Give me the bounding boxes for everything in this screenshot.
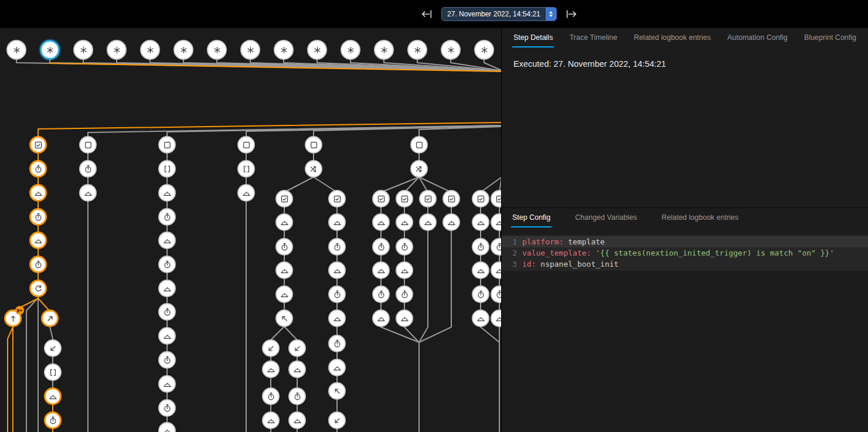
arrow-up-node[interactable]: 9+	[4, 309, 22, 327]
service-node[interactable]	[372, 261, 390, 279]
stopwatch-node[interactable]	[396, 285, 413, 303]
condition-node[interactable]	[472, 190, 489, 208]
service-node[interactable]	[328, 261, 346, 279]
tab-related-logbook-entries[interactable]: Related logbook entries	[661, 208, 740, 227]
next-run-button[interactable]	[564, 7, 578, 21]
trigger-node[interactable]	[374, 40, 394, 60]
service-node[interactable]	[288, 411, 306, 429]
trigger-node[interactable]	[40, 40, 60, 60]
service-node[interactable]	[472, 261, 489, 279]
trigger-node[interactable]	[140, 40, 160, 60]
service-node[interactable]	[396, 261, 413, 279]
service-node[interactable]	[491, 213, 501, 231]
tab-step-config[interactable]: Step Config	[511, 208, 552, 227]
service-node[interactable]	[29, 184, 47, 202]
stopwatch-node[interactable]	[328, 238, 346, 256]
trigger-node[interactable]	[341, 40, 360, 60]
trigger-node[interactable]	[474, 40, 494, 60]
condition-node[interactable]	[328, 190, 346, 208]
tab-automation-config[interactable]: Automation Config	[726, 28, 789, 47]
trigger-node[interactable]	[407, 40, 427, 60]
stopwatch-node[interactable]	[158, 256, 176, 273]
stopwatch-node[interactable]	[396, 238, 413, 256]
square-node[interactable]	[158, 136, 176, 154]
service-node[interactable]	[158, 375, 176, 393]
service-node[interactable]	[472, 309, 489, 327]
stopwatch-node[interactable]	[491, 285, 501, 303]
service-node[interactable]	[29, 232, 47, 249]
trigger-node[interactable]	[6, 40, 26, 60]
service-node[interactable]	[396, 213, 413, 231]
arrow-down-left-node[interactable]	[328, 411, 346, 429]
stopwatch-node[interactable]	[491, 238, 501, 256]
tab-related-logbook-entries[interactable]: Related logbook entries	[632, 28, 712, 47]
trigger-node[interactable]	[73, 40, 93, 60]
square-node[interactable]	[237, 136, 255, 154]
trigger-node[interactable]	[107, 40, 127, 60]
arrow-up-right-node[interactable]	[41, 309, 59, 327]
service-node[interactable]	[262, 411, 280, 429]
service-node[interactable]	[328, 359, 346, 376]
arrow-down-left-node[interactable]	[288, 339, 306, 357]
service-node[interactable]	[158, 422, 176, 432]
stopwatch-node[interactable]	[79, 160, 97, 178]
service-node[interactable]	[158, 327, 176, 345]
service-node[interactable]	[372, 309, 390, 327]
service-node[interactable]	[442, 213, 460, 231]
trigger-node[interactable]	[274, 40, 294, 60]
service-node[interactable]	[275, 213, 293, 231]
stopwatch-node[interactable]	[29, 256, 47, 273]
service-node[interactable]	[44, 387, 62, 405]
service-node[interactable]	[419, 213, 437, 231]
arrow-down-left-node[interactable]	[44, 339, 62, 357]
trigger-node[interactable]	[307, 40, 327, 60]
condition-node[interactable]	[442, 190, 460, 208]
trigger-node[interactable]	[207, 40, 227, 60]
condition-node[interactable]	[275, 190, 293, 208]
condition-node[interactable]	[419, 190, 437, 208]
tab-changed-variables[interactable]: Changed Variables	[574, 208, 638, 227]
service-node[interactable]	[472, 213, 489, 231]
stopwatch-node[interactable]	[158, 351, 176, 369]
repeat-node[interactable]	[29, 280, 47, 297]
stopwatch-node[interactable]	[262, 387, 280, 405]
service-node[interactable]	[237, 184, 255, 202]
trigger-node[interactable]	[240, 40, 260, 60]
stopwatch-node[interactable]	[372, 285, 390, 303]
stopwatch-node[interactable]	[158, 399, 176, 417]
branch-node[interactable]	[275, 309, 293, 327]
service-node[interactable]	[491, 261, 501, 279]
previous-run-button[interactable]	[420, 7, 434, 21]
stopwatch-node[interactable]	[275, 238, 293, 256]
stopwatch-node[interactable]	[29, 160, 47, 178]
condition-node[interactable]	[29, 136, 47, 154]
stopwatch-node[interactable]	[372, 238, 390, 256]
service-node[interactable]	[275, 261, 293, 279]
tab-trace-timeline[interactable]: Trace Timeline	[569, 28, 619, 47]
tab-step-details[interactable]: Step Details	[512, 28, 554, 47]
stopwatch-node[interactable]	[44, 411, 62, 429]
service-node[interactable]	[372, 213, 390, 231]
service-node[interactable]	[158, 232, 176, 249]
trigger-node[interactable]	[441, 40, 461, 60]
condition-node[interactable]	[491, 190, 501, 208]
service-node[interactable]	[275, 285, 293, 303]
stopwatch-node[interactable]	[158, 208, 176, 226]
service-node[interactable]	[396, 309, 413, 327]
tab-blueprint-config[interactable]: Blueprint Config	[803, 28, 857, 47]
condition-node[interactable]	[396, 190, 413, 208]
stopwatch-node[interactable]	[328, 335, 346, 352]
square-node[interactable]	[410, 136, 428, 154]
square-node[interactable]	[79, 136, 97, 154]
brackets-node[interactable]	[158, 160, 176, 178]
service-node[interactable]	[288, 360, 306, 378]
service-node[interactable]	[262, 360, 280, 378]
service-node[interactable]	[158, 280, 176, 297]
stopwatch-node[interactable]	[472, 238, 489, 256]
run-select[interactable]: 27. November 2022, 14:54:21	[441, 7, 557, 21]
service-node[interactable]	[328, 309, 346, 327]
brackets-node[interactable]	[44, 363, 62, 381]
stopwatch-node[interactable]	[328, 285, 346, 303]
service-node[interactable]	[491, 309, 501, 327]
arrow-down-left-node[interactable]	[262, 339, 280, 357]
